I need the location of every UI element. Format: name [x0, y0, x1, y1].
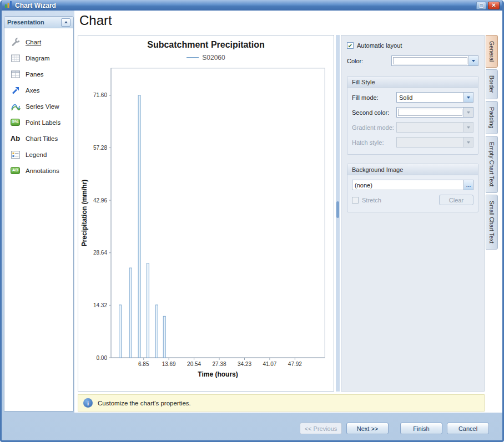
- axes-icon: [9, 85, 21, 95]
- splitter-handle[interactable]: [336, 201, 339, 218]
- series-view-icon: [9, 101, 21, 111]
- gradient-mode-value: [397, 123, 463, 132]
- color-label: Color:: [347, 58, 391, 64]
- svg-text:41.07: 41.07: [263, 361, 276, 367]
- properties-panel: ✔ Automatic layout Color: Fill Style Fil…: [341, 35, 485, 392]
- chevron-down-icon: [467, 141, 470, 144]
- sidebar-items: Chart Diagram: [4, 28, 73, 179]
- svg-text:0.00: 0.00: [97, 355, 108, 361]
- chart-preview: Subcatchment Precipitation S02060 0.0014…: [78, 35, 334, 392]
- legend-series-label: S02060: [202, 54, 225, 62]
- sidebar-item-axes[interactable]: Axes: [4, 82, 73, 98]
- tab-border[interactable]: Border: [486, 69, 498, 99]
- tab-padding[interactable]: Padding: [486, 101, 498, 135]
- gradient-mode-dropdown: [396, 122, 473, 133]
- finish-button[interactable]: Finish: [400, 423, 442, 434]
- sidebar-item-legend[interactable]: Legend: [4, 146, 73, 162]
- chevron-down-icon: [467, 126, 470, 129]
- app-icon: [4, 1, 12, 10]
- fill-style-group: Fill Style Fill mode: Solid Second color…: [347, 76, 478, 155]
- chart-plot: 0.0014.3228.6442.9657.2871.606.8513.6920…: [79, 63, 333, 383]
- sidebar-item-chart[interactable]: Chart: [4, 34, 73, 50]
- fill-mode-dropdown[interactable]: Solid: [396, 92, 473, 103]
- svg-text:Precipitation (mm/hr): Precipitation (mm/hr): [80, 180, 88, 247]
- presentation-sidebar: Presentation Chart: [4, 16, 74, 411]
- window-title: Chart Wizard: [15, 2, 475, 9]
- color-swatch: [393, 57, 467, 64]
- sidebar-item-label: Panes: [26, 71, 44, 78]
- sidebar-item-label: Annotations: [26, 167, 59, 174]
- second-color-dropdown: [396, 107, 473, 118]
- panel-splitter: [336, 35, 340, 392]
- tab-general[interactable]: General: [486, 35, 498, 68]
- sidebar-item-annotations[interactable]: AB Annotations: [4, 162, 73, 179]
- hatch-style-label: Hatch style:: [352, 139, 396, 146]
- right-tab-strip: General Border Padding Empty Chart Text …: [486, 35, 498, 250]
- svg-text:57.28: 57.28: [93, 145, 107, 151]
- svg-text:27.38: 27.38: [213, 361, 226, 367]
- automatic-layout-checkbox[interactable]: ✔: [347, 42, 354, 49]
- color-dropdown[interactable]: [391, 55, 478, 66]
- sidebar-item-label: Legend: [26, 151, 47, 158]
- background-image-field[interactable]: (none) …: [352, 180, 473, 190]
- wizard-footer: << Previous Next >> Finish Cancel: [300, 423, 489, 434]
- automatic-layout-label: Automatic layout: [357, 42, 402, 49]
- svg-text:47.92: 47.92: [288, 361, 302, 367]
- sidebar-item-panes[interactable]: Panes: [4, 66, 73, 82]
- background-image-group: Background Image (none) … Stretch Cle: [347, 164, 478, 212]
- chart-legend: S02060: [78, 54, 334, 62]
- second-color-label: Second color:: [352, 109, 396, 116]
- main-content: Chart Subcatchment Precipitation S02060 …: [74, 11, 502, 413]
- chevron-up-icon: [64, 21, 68, 23]
- svg-text:20.54: 20.54: [187, 361, 201, 367]
- fill-mode-label: Fill mode:: [352, 94, 396, 101]
- hatch-style-value: [397, 138, 463, 147]
- close-button[interactable]: ✕: [488, 2, 500, 9]
- page-title: Chart: [79, 13, 112, 28]
- sidebar-item-label: Series View: [26, 103, 59, 110]
- fill-style-header: Fill Style: [347, 77, 478, 88]
- hatch-style-dropdown-button: [463, 138, 473, 147]
- maximize-button[interactable]: ▢: [476, 2, 486, 9]
- chart-title: Subcatchment Precipitation: [78, 40, 334, 50]
- diagram-icon: [9, 53, 21, 63]
- legend-line-marker: [187, 57, 199, 58]
- sidebar-header-label: Presentation: [7, 19, 61, 26]
- tab-small-chart-text[interactable]: Small Chart Text: [486, 195, 498, 250]
- svg-text:13.69: 13.69: [162, 361, 176, 367]
- browse-button[interactable]: …: [463, 180, 473, 190]
- title-bar[interactable]: Chart Wizard ▢ ✕: [2, 0, 502, 11]
- svg-text:28.64: 28.64: [93, 250, 107, 256]
- point-labels-icon: 5%: [9, 119, 21, 126]
- color-dropdown-button[interactable]: [468, 56, 478, 65]
- svg-text:71.60: 71.60: [93, 92, 107, 98]
- gradient-mode-dropdown-button: [463, 123, 473, 132]
- sidebar-header: Presentation: [4, 17, 73, 28]
- collapse-button[interactable]: [61, 18, 70, 27]
- sidebar-item-diagram[interactable]: Diagram: [4, 50, 73, 66]
- cancel-button[interactable]: Cancel: [447, 423, 489, 434]
- sidebar-item-label: Chart: [26, 39, 41, 45]
- annotations-icon: AB: [9, 167, 21, 174]
- chevron-down-icon: [472, 60, 475, 62]
- legend-icon: [9, 150, 21, 160]
- sidebar-item-point-labels[interactable]: 5% Point Labels: [4, 114, 73, 130]
- second-color-dropdown-button: [463, 108, 473, 117]
- gradient-mode-label: Gradient mode:: [352, 124, 396, 131]
- status-message: Customize the chart's properties.: [98, 400, 191, 407]
- hatch-style-dropdown: [396, 137, 473, 148]
- chart-titles-icon: Ab: [9, 135, 21, 142]
- info-icon: i: [83, 398, 93, 408]
- wrench-icon: [9, 37, 21, 47]
- previous-button: << Previous: [300, 423, 342, 434]
- next-button[interactable]: Next >>: [346, 423, 389, 434]
- sidebar-item-label: Point Labels: [26, 119, 61, 126]
- tab-empty-chart-text[interactable]: Empty Chart Text: [486, 136, 498, 192]
- fill-mode-value: Solid: [397, 93, 463, 102]
- sidebar-item-series-view[interactable]: Series View: [4, 98, 73, 114]
- svg-text:6.85: 6.85: [138, 361, 149, 367]
- status-bar: i Customize the chart's properties.: [78, 394, 485, 411]
- sidebar-item-label: Diagram: [26, 55, 49, 62]
- sidebar-item-chart-titles[interactable]: Ab Chart Titles: [4, 130, 73, 146]
- fill-mode-dropdown-button[interactable]: [463, 93, 473, 102]
